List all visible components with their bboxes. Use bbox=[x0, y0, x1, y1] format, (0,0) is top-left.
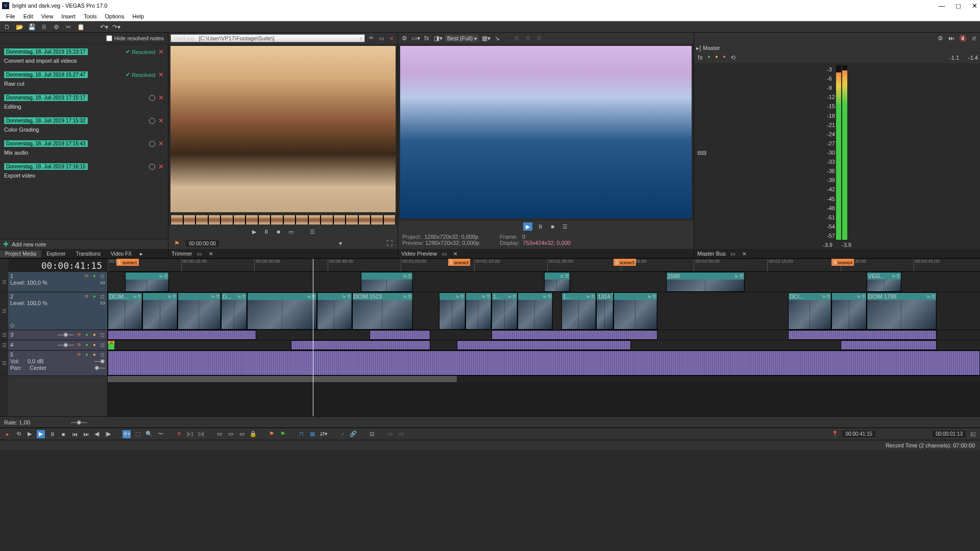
auto-crossfade-icon[interactable]: ⟋ bbox=[338, 430, 346, 438]
prev-frame-icon[interactable]: ◀| bbox=[93, 430, 101, 438]
master-tab-dock-icon[interactable]: ▭ bbox=[729, 249, 737, 258]
cursor-timecode[interactable]: 00:00:41:15 bbox=[8, 259, 107, 272]
delete-icon[interactable]: ✕ bbox=[175, 430, 183, 438]
lock-icon[interactable]: 🔒 bbox=[249, 430, 257, 438]
auto-ripple-icon[interactable]: ⇄▾ bbox=[320, 430, 328, 438]
preview-grid-icon[interactable]: ▦▾ bbox=[482, 34, 490, 42]
master-tab-close-icon[interactable]: ✕ bbox=[740, 249, 748, 258]
clip[interactable]: fx ☰ bbox=[439, 292, 465, 330]
clip[interactable]: sound2fx ☰ bbox=[841, 340, 937, 350]
clip[interactable]: songfx ☰ bbox=[108, 350, 980, 375]
preview-snap1-icon[interactable]: ⎘ bbox=[512, 34, 521, 42]
preview-split-icon[interactable]: ◨▾ bbox=[434, 34, 442, 42]
trimmer-tab[interactable]: Trimmer bbox=[172, 251, 192, 257]
next-frame-icon[interactable]: |▶ bbox=[104, 430, 112, 438]
clip[interactable]: fx ☰ bbox=[614, 292, 657, 330]
clip[interactable]: 1580fx ☰ bbox=[666, 272, 745, 292]
track-header-4[interactable]: 4—◉— ⟳●●◻ bbox=[8, 340, 107, 350]
timeline-scrollbar[interactable] bbox=[108, 376, 980, 382]
clip[interactable]: fx ☰ bbox=[544, 272, 570, 292]
tab-video-fx[interactable]: Video FX bbox=[106, 250, 137, 258]
note-item[interactable]: Donnerstag, 18. Juli 2019 15:23:17 ✔ Res… bbox=[0, 46, 168, 69]
region-icon[interactable]: ⚑ bbox=[279, 430, 287, 438]
snap-icon[interactable]: ⊓ bbox=[297, 430, 305, 438]
bus-icon[interactable]: ● bbox=[714, 54, 720, 60]
trim-end-icon[interactable]: ▷| bbox=[197, 430, 205, 438]
track-header-3[interactable]: 3—◉— ⟳●●◻ bbox=[8, 330, 107, 340]
trimmer-pause-icon[interactable]: ⏸ bbox=[262, 228, 271, 236]
clip[interactable]: DCIM...fx ☰ bbox=[108, 292, 142, 330]
timeline-marker[interactable]: 3 scene3 bbox=[614, 259, 636, 266]
master-bus-tab[interactable]: Master Bus bbox=[697, 251, 726, 257]
preview-tab-dock-icon[interactable]: ▭ bbox=[440, 249, 448, 258]
menu-view[interactable]: View bbox=[37, 12, 58, 20]
zoom-fit-icon[interactable]: ◱ bbox=[969, 430, 977, 438]
tab-explorer[interactable]: Explorer bbox=[41, 250, 70, 258]
note-delete-icon[interactable]: ✕ bbox=[158, 140, 164, 147]
note-delete-icon[interactable]: ✕ bbox=[158, 48, 164, 56]
clip[interactable]: fx ☰ bbox=[247, 292, 317, 330]
new-icon[interactable]: 🗋 bbox=[3, 23, 11, 31]
tool-3-icon[interactable]: ▭ bbox=[238, 430, 246, 438]
minimize-icon[interactable]: — bbox=[938, 2, 945, 9]
loop-playback-icon[interactable]: ⟲ bbox=[14, 430, 22, 438]
tool-2-icon[interactable]: ▭ bbox=[227, 430, 235, 438]
clip[interactable]: sound2fx ☰ bbox=[291, 340, 430, 350]
menu-insert[interactable]: Insert bbox=[57, 12, 80, 20]
note-delete-icon[interactable]: ✕ bbox=[158, 94, 164, 102]
preview-menu-icon[interactable]: ☰ bbox=[561, 222, 569, 231]
stereo-link-icon[interactable]: ⊟⊟ bbox=[697, 149, 706, 156]
lane-icon-5[interactable]: ☰ bbox=[0, 350, 8, 376]
tool-extra2-icon[interactable]: ▭ bbox=[397, 430, 405, 438]
trimmer-timecode[interactable]: 00:00:00:00 bbox=[186, 240, 219, 247]
quantize-icon[interactable]: ▦ bbox=[308, 430, 316, 438]
play-start-icon[interactable]: ▶ bbox=[26, 430, 34, 438]
note-item[interactable]: Donnerstag, 18. Juli 2019 17:16:15 ✕ Exp… bbox=[0, 161, 168, 184]
trimmer-viewport[interactable] bbox=[170, 46, 396, 212]
selection-icon[interactable]: ⬚ bbox=[134, 430, 142, 438]
trimmer-tab-close-icon[interactable]: ✕ bbox=[207, 249, 215, 258]
add-note-button[interactable]: ✚ Add new note bbox=[0, 239, 168, 249]
unresolved-icon[interactable] bbox=[149, 141, 155, 147]
paste-icon[interactable]: 📋 bbox=[77, 23, 85, 31]
envelope-icon[interactable]: 〜 bbox=[156, 430, 164, 438]
tool-extra-icon[interactable]: ▭ bbox=[386, 430, 394, 438]
clip[interactable]: fx ☰ bbox=[125, 272, 168, 292]
go-start-icon[interactable]: ⏮ bbox=[70, 430, 79, 438]
track-header-5[interactable]: 5 ⟳●●◻ Vol: 0,0 dB—◉ Pan: Center◉— bbox=[8, 350, 107, 376]
master-settings-icon[interactable]: ⚙ bbox=[936, 34, 944, 42]
rate-slider[interactable]: —◉— bbox=[71, 419, 87, 425]
marker-flag-icon[interactable]: ⚑ bbox=[173, 239, 181, 247]
tabs-more-icon[interactable]: ▸ bbox=[137, 249, 146, 258]
normal-edit-icon[interactable]: ✥▾ bbox=[122, 430, 131, 438]
note-item[interactable]: Donnerstag, 18. Juli 2019 17:15:32 ✕ Col… bbox=[0, 115, 168, 138]
lane-icon-4[interactable]: ☰ bbox=[0, 340, 8, 350]
clip[interactable]: 1...fx ☰ bbox=[492, 292, 518, 330]
master-mute-icon[interactable]: 🔇 bbox=[959, 34, 967, 42]
undo-icon[interactable]: ↶▾ bbox=[100, 23, 108, 31]
trimmer-menu-icon[interactable]: ☰ bbox=[308, 228, 316, 236]
trimmer-path-input[interactable]: 1943.jpg [C:\User\VP17\Footage\Suite\] ▾ bbox=[170, 34, 365, 42]
clip[interactable]: sound1fx ☰ bbox=[108, 330, 256, 340]
menu-tools[interactable]: Tools bbox=[80, 12, 101, 20]
menu-file[interactable]: File bbox=[2, 12, 19, 20]
clip[interactable]: sound2fx ☰ bbox=[457, 340, 631, 350]
properties-icon[interactable]: ⚙ bbox=[52, 23, 60, 31]
preview-ext-icon[interactable]: ▭▾ bbox=[411, 34, 420, 42]
clip[interactable]: sound1fx ☰ bbox=[788, 330, 937, 340]
clip[interactable]: DCIM 1523fx ☰ bbox=[352, 292, 413, 330]
track-header-1[interactable]: 1 ⟳●◻ Level: 100,0 %▭ bbox=[8, 272, 107, 292]
redo-icon[interactable]: ↷▾ bbox=[112, 23, 120, 31]
note-delete-icon[interactable]: ✕ bbox=[158, 163, 164, 170]
timeline-marker[interactable]: 4 scene4 bbox=[831, 259, 854, 266]
pause-icon[interactable]: ⏸ bbox=[48, 430, 56, 438]
preview-settings-icon[interactable]: ⚙ bbox=[400, 34, 408, 42]
render-icon[interactable]: ⎘ bbox=[40, 23, 48, 31]
trimmer-expand-icon[interactable]: ⛶ bbox=[385, 239, 394, 247]
preview-snap3-icon[interactable]: ⎘ bbox=[535, 34, 543, 42]
ignore-group-icon[interactable]: ⊡ bbox=[368, 430, 376, 438]
lane-icon-1[interactable]: ☰ bbox=[0, 272, 8, 292]
link-icon[interactable]: 🔗 bbox=[349, 430, 357, 438]
trimmer-loop-icon[interactable]: ▭ bbox=[287, 228, 295, 236]
automation-icon[interactable]: ⟲ bbox=[729, 54, 737, 62]
